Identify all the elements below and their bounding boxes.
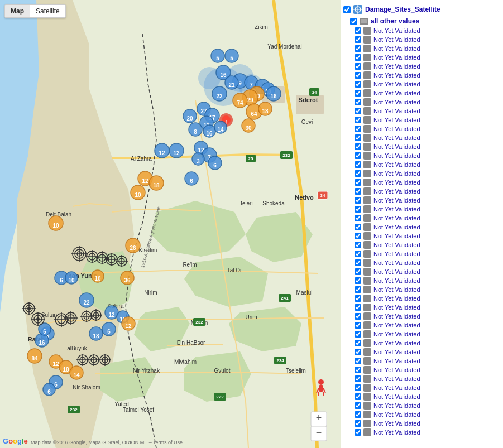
- legend-item-label[interactable]: Not Yet Validated: [373, 206, 420, 213]
- legend-item-label[interactable]: Not Yet Validated: [373, 242, 420, 248]
- legend-item-icon: [363, 125, 371, 133]
- layer-title-container[interactable]: Damage_Sites_Satellite: [353, 4, 440, 15]
- legend-checkbox[interactable]: [355, 304, 361, 311]
- legend-item-label[interactable]: Not Yet Validated: [373, 36, 420, 43]
- legend-checkbox[interactable]: [355, 295, 361, 302]
- legend-checkbox[interactable]: [355, 126, 361, 132]
- legend-checkbox[interactable]: [355, 143, 361, 150]
- legend-item-label[interactable]: Not Yet Validated: [373, 393, 420, 400]
- legend-checkbox[interactable]: [355, 170, 361, 177]
- legend-item-label[interactable]: Not Yet Validated: [373, 420, 420, 427]
- legend-item-label[interactable]: Not Yet Validated: [373, 259, 420, 266]
- legend-checkbox[interactable]: [355, 251, 361, 257]
- legend-checkbox[interactable]: [355, 358, 361, 364]
- legend-item-label[interactable]: Not Yet Validated: [373, 143, 420, 150]
- legend-item-label[interactable]: Not Yet Validated: [373, 90, 420, 97]
- legend-item-label[interactable]: Not Yet Validated: [373, 224, 420, 230]
- legend-item-label[interactable]: Not Yet Validated: [373, 268, 420, 275]
- legend-checkbox[interactable]: [355, 340, 361, 346]
- legend-checkbox[interactable]: [355, 367, 361, 373]
- legend-checkbox[interactable]: [355, 242, 361, 248]
- legend-checkbox[interactable]: [355, 179, 361, 186]
- legend-item-label[interactable]: Not Yet Validated: [373, 27, 420, 34]
- legend-item-label[interactable]: Not Yet Validated: [373, 108, 420, 114]
- layer-checkbox[interactable]: [343, 6, 351, 13]
- legend-item-label[interactable]: Not Yet Validated: [373, 126, 420, 132]
- legend-item-label[interactable]: Not Yet Validated: [373, 251, 420, 257]
- legend-checkbox[interactable]: [355, 429, 361, 436]
- legend-checkbox[interactable]: [355, 384, 361, 391]
- legend-checkbox[interactable]: [355, 224, 361, 230]
- legend-item-label[interactable]: Not Yet Validated: [373, 331, 420, 338]
- legend-checkbox[interactable]: [355, 375, 361, 382]
- legend-item-label[interactable]: Not Yet Validated: [373, 117, 420, 123]
- legend-checkbox[interactable]: [355, 393, 361, 400]
- legend-item-label[interactable]: Not Yet Validated: [373, 134, 420, 141]
- legend-checkbox[interactable]: [355, 45, 361, 52]
- legend-checkbox[interactable]: [355, 117, 361, 123]
- all-other-checkbox[interactable]: [350, 18, 357, 25]
- legend-checkbox[interactable]: [355, 81, 361, 88]
- legend-item-label[interactable]: Not Yet Validated: [373, 295, 420, 302]
- all-other-label[interactable]: all other values: [371, 17, 419, 25]
- legend-checkbox[interactable]: [355, 54, 361, 61]
- legend-checkbox[interactable]: [355, 215, 361, 221]
- legend-item-label[interactable]: Not Yet Validated: [373, 277, 420, 284]
- legend-item-label[interactable]: Not Yet Validated: [373, 72, 420, 79]
- legend-item-label[interactable]: Not Yet Validated: [373, 384, 420, 391]
- legend-item-label[interactable]: Not Yet Validated: [373, 358, 420, 364]
- legend-checkbox[interactable]: [355, 268, 361, 275]
- legend-item-label[interactable]: Not Yet Validated: [373, 170, 420, 177]
- legend-item-label[interactable]: Not Yet Validated: [373, 45, 420, 52]
- legend-item-label[interactable]: Not Yet Validated: [373, 63, 420, 70]
- legend-item-label[interactable]: Not Yet Validated: [373, 233, 420, 239]
- legend-checkbox[interactable]: [355, 108, 361, 114]
- map-tab-button[interactable]: Map: [5, 5, 30, 17]
- legend-item-label[interactable]: Not Yet Validated: [373, 99, 420, 105]
- legend-item-label[interactable]: Not Yet Validated: [373, 429, 420, 436]
- legend-checkbox[interactable]: [355, 322, 361, 329]
- legend-item-label[interactable]: Not Yet Validated: [373, 375, 420, 382]
- legend-checkbox[interactable]: [355, 286, 361, 293]
- legend-checkbox[interactable]: [355, 27, 361, 34]
- legend-checkbox[interactable]: [355, 63, 361, 70]
- legend-item-label[interactable]: Not Yet Validated: [373, 54, 420, 61]
- legend-item-label[interactable]: Not Yet Validated: [373, 152, 420, 159]
- legend-checkbox[interactable]: [355, 152, 361, 159]
- legend-checkbox[interactable]: [355, 99, 361, 105]
- legend-item: Not Yet Validated: [342, 312, 502, 321]
- legend-checkbox[interactable]: [355, 233, 361, 239]
- legend-checkbox[interactable]: [355, 197, 361, 204]
- legend-item-label[interactable]: Not Yet Validated: [373, 367, 420, 373]
- legend-item-label[interactable]: Not Yet Validated: [373, 188, 420, 195]
- legend-checkbox[interactable]: [355, 411, 361, 418]
- legend-checkbox[interactable]: [355, 313, 361, 320]
- legend-checkbox[interactable]: [355, 161, 361, 168]
- satellite-tab-button[interactable]: Satellite: [30, 5, 65, 17]
- legend-checkbox[interactable]: [355, 72, 361, 79]
- legend-checkbox[interactable]: [355, 349, 361, 355]
- legend-checkbox[interactable]: [355, 259, 361, 266]
- legend-item-label[interactable]: Not Yet Validated: [373, 286, 420, 293]
- legend-item-label[interactable]: Not Yet Validated: [373, 179, 420, 186]
- legend-checkbox[interactable]: [355, 206, 361, 213]
- legend-checkbox[interactable]: [355, 90, 361, 97]
- legend-checkbox[interactable]: [355, 420, 361, 427]
- legend-item-label[interactable]: Not Yet Validated: [373, 215, 420, 221]
- legend-item-label[interactable]: Not Yet Validated: [373, 197, 420, 204]
- legend-item-label[interactable]: Not Yet Validated: [373, 322, 420, 329]
- legend-checkbox[interactable]: [355, 36, 361, 43]
- legend-item-label[interactable]: Not Yet Validated: [373, 81, 420, 88]
- legend-checkbox[interactable]: [355, 331, 361, 338]
- legend-checkbox[interactable]: [355, 277, 361, 284]
- legend-checkbox[interactable]: [355, 188, 361, 195]
- legend-item-label[interactable]: Not Yet Validated: [373, 340, 420, 346]
- legend-checkbox[interactable]: [355, 402, 361, 409]
- legend-item-label[interactable]: Not Yet Validated: [373, 304, 420, 311]
- legend-item-label[interactable]: Not Yet Validated: [373, 349, 420, 355]
- legend-item-label[interactable]: Not Yet Validated: [373, 402, 420, 409]
- legend-item-label[interactable]: Not Yet Validated: [373, 313, 420, 320]
- legend-checkbox[interactable]: [355, 134, 361, 141]
- legend-item-label[interactable]: Not Yet Validated: [373, 161, 420, 168]
- legend-item-label[interactable]: Not Yet Validated: [373, 411, 420, 418]
